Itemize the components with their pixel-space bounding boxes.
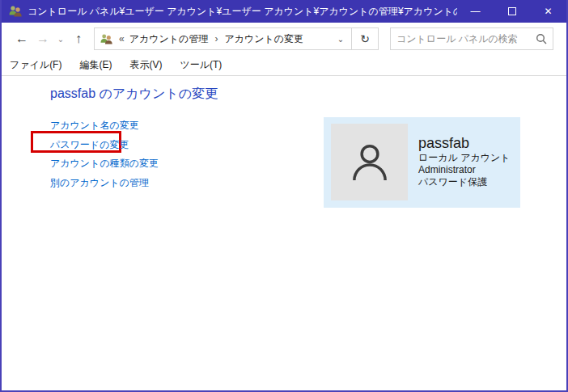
link-change-account-type[interactable]: アカウントの種類の変更 (50, 157, 159, 171)
search-icon[interactable] (536, 33, 547, 44)
maximize-icon (508, 7, 516, 15)
menu-file[interactable]: ファイル(F) (10, 58, 61, 72)
breadcrumb-item-change-account[interactable]: アカウントの変更 (224, 32, 303, 46)
refresh-button[interactable]: ↻ (352, 28, 378, 49)
navigation-bar: ← → ⌄ ↑ « アカウントの管理 › アカウントの変更 ⌄ ↻ (2, 23, 566, 55)
user-card: passfab ローカル アカウント Administrator パスワード保護 (324, 117, 520, 208)
user-password-status: パスワード保護 (418, 176, 511, 188)
control-panel-window: コントロール パネル¥ユーザー アカウント¥ユーザー アカウント¥アカウントの管… (0, 0, 568, 392)
forward-button[interactable]: → (32, 27, 53, 50)
menu-edit[interactable]: 編集(E) (79, 58, 112, 72)
minimize-icon: — (471, 6, 481, 17)
user-accounts-icon (8, 5, 23, 18)
breadcrumb-overflow-chevron[interactable]: « (119, 33, 125, 44)
link-manage-another-account[interactable]: 別のアカウントの管理 (50, 176, 149, 190)
title-bar: コントロール パネル¥ユーザー アカウント¥ユーザー アカウント¥アカウントの管… (2, 0, 566, 23)
user-info: passfab ローカル アカウント Administrator パスワード保護 (418, 117, 511, 208)
user-role: Administrator (418, 164, 511, 176)
main-content: passfab のアカウントの変更 アカウント名の変更 パスワードの変更 アカウ… (2, 76, 566, 390)
close-button[interactable]: ✕ (530, 0, 566, 23)
search-box[interactable] (390, 27, 553, 50)
page-title: passfab のアカウントの変更 (50, 86, 218, 103)
person-icon (346, 139, 393, 186)
window-title: コントロール パネル¥ユーザー アカウント¥ユーザー アカウント¥アカウントの管… (28, 5, 457, 19)
breadcrumb-separator-icon: › (214, 33, 218, 44)
search-input[interactable] (396, 33, 536, 44)
history-dropdown-button[interactable]: ⌄ (53, 27, 68, 50)
user-accounts-icon (100, 33, 113, 45)
user-name: passfab (418, 134, 511, 152)
menu-bar: ファイル(F) 編集(E) 表示(V) ツール(T) (2, 55, 566, 76)
breadcrumb-item-account-management[interactable]: アカウントの管理 (129, 32, 209, 46)
menu-view[interactable]: 表示(V) (129, 58, 162, 72)
back-button[interactable]: ← (11, 27, 32, 50)
maximize-button[interactable] (494, 0, 530, 23)
link-change-account-name[interactable]: アカウント名の変更 (50, 119, 139, 133)
address-bar[interactable]: « アカウントの管理 › アカウントの変更 ⌄ ↻ (94, 27, 379, 50)
minimize-button[interactable]: — (457, 0, 494, 23)
up-button[interactable]: ↑ (68, 27, 89, 50)
user-account-type: ローカル アカウント (418, 152, 511, 164)
close-icon: ✕ (544, 6, 552, 17)
menu-tools[interactable]: ツール(T) (180, 58, 222, 72)
address-dropdown-button[interactable]: ⌄ (330, 28, 351, 49)
link-change-password[interactable]: パスワードの変更 (50, 138, 129, 152)
avatar (331, 124, 408, 200)
